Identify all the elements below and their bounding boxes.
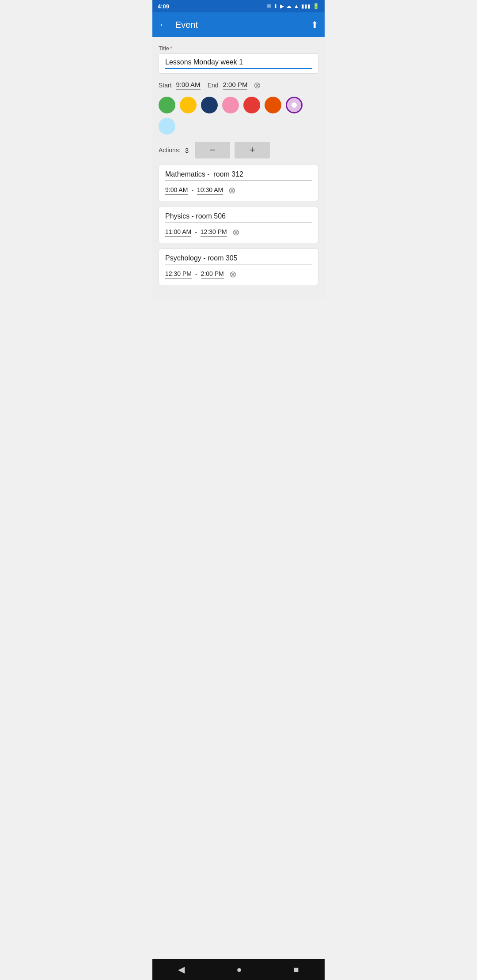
event-start-1[interactable]: 11:00 AM [165,228,191,237]
app-bar-title: Event [175,20,311,30]
email-status-icon: ✉ [267,3,271,9]
play-status-icon: ▶ [280,3,284,9]
event-card-2: 12:30 PM - 2:00 PM ⊗ [159,249,318,285]
status-icons: ✉ ⬆ ▶ ☁ ▲ ▮▮▮ 🔋 [267,3,319,9]
color-blue[interactable] [201,97,218,113]
end-time[interactable]: 2:00 PM [223,81,248,90]
event-name-input-0[interactable] [165,170,312,181]
event-time-row-1: 11:00 AM - 12:30 PM ⊗ [165,227,312,237]
title-input[interactable] [165,58,312,69]
event-end-1[interactable]: 12:30 PM [201,228,227,237]
dash-1: - [195,229,197,236]
upload-button[interactable]: ⬆ [311,19,318,30]
title-input-wrapper [159,53,318,74]
status-time: 4:09 [158,3,169,10]
color-pink[interactable] [222,97,239,113]
cloud-status-icon: ☁ [286,3,292,9]
time-row: Start 9:00 AM End 2:00 PM ⊗ [159,80,318,90]
dash-0: - [191,187,193,194]
actions-label: Actions: [159,147,181,154]
end-label: End [208,82,219,89]
color-lightblue[interactable] [159,118,175,135]
nav-status-icon: ⬆ [273,3,278,9]
event-start-0[interactable]: 9:00 AM [165,186,188,195]
battery-status-icon: 🔋 [313,3,319,9]
app-bar: ← Event ⬆ [152,12,325,37]
event-end-0[interactable]: 10:30 AM [197,186,223,195]
decrement-actions-button[interactable]: − [195,142,230,158]
event-name-input-2[interactable] [165,254,312,264]
wifi-status-icon: ▲ [294,3,299,9]
content-area: Title* Start 9:00 AM End 2:00 PM ⊗ Actio… [152,37,325,298]
event-end-2[interactable]: 2:00 PM [201,270,224,279]
event-start-2[interactable]: 12:30 PM [165,270,192,279]
start-label: Start [159,82,172,89]
actions-count: 3 [185,147,189,154]
increment-actions-button[interactable]: + [235,142,270,158]
event-card-0: 9:00 AM - 10:30 AM ⊗ [159,165,318,201]
event-name-input-1[interactable] [165,212,312,222]
color-row [159,97,318,135]
signal-status-icon: ▮▮▮ [301,3,310,9]
remove-event-1[interactable]: ⊗ [232,227,240,237]
back-button[interactable]: ← [159,19,168,30]
color-green[interactable] [159,97,175,113]
event-card-1: 11:00 AM - 12:30 PM ⊗ [159,207,318,243]
clear-time-button[interactable]: ⊗ [254,80,261,90]
event-time-row-0: 9:00 AM - 10:30 AM ⊗ [165,185,312,196]
color-red[interactable] [243,97,260,113]
event-time-row-2: 12:30 PM - 2:00 PM ⊗ [165,269,312,279]
color-orange[interactable] [265,97,281,113]
start-time[interactable]: 9:00 AM [176,81,201,90]
color-yellow[interactable] [180,97,197,113]
actions-row: Actions: 3 − + [159,142,318,158]
status-bar: 4:09 ✉ ⬆ ▶ ☁ ▲ ▮▮▮ 🔋 [152,0,325,12]
title-label: Title* [159,45,318,52]
remove-event-0[interactable]: ⊗ [228,185,236,196]
color-purple[interactable] [286,97,303,113]
dash-2: - [195,271,197,278]
remove-event-2[interactable]: ⊗ [229,269,237,279]
